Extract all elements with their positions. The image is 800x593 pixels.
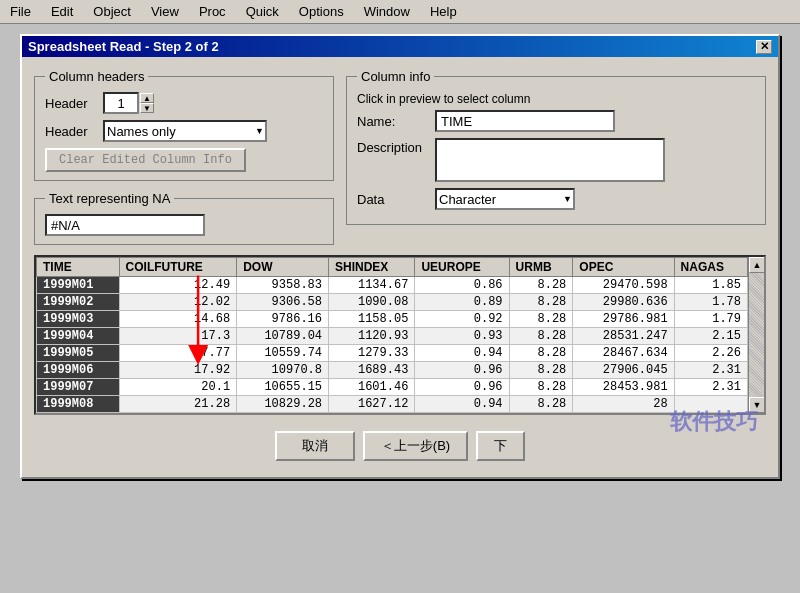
table-cell: 1999M02	[37, 294, 120, 311]
table-cell: 1689.43	[329, 362, 415, 379]
header2-label: Header	[45, 124, 95, 139]
data-select-wrap[interactable]: Character Numeric Integer	[435, 188, 575, 210]
data-table-container: TIME COILFUTURE DOW SHINDEX UEUROPE URMB…	[34, 255, 766, 415]
desc-input[interactable]	[435, 138, 665, 182]
column-info-hint: Click in preview to select column	[357, 92, 755, 106]
table-cell: 1.85	[674, 277, 747, 294]
table-cell: 0.86	[415, 277, 509, 294]
table-row[interactable]: 1999M0314.689786.161158.050.928.2829786.…	[37, 311, 748, 328]
table-cell: 1999M04	[37, 328, 120, 345]
table-row[interactable]: 1999M0821.2810829.281627.120.948.2828	[37, 396, 748, 413]
table-cell: 1999M06	[37, 362, 120, 379]
clear-edited-button[interactable]: Clear Edited Column Info	[45, 148, 246, 172]
table-cell: 8.28	[509, 345, 573, 362]
table-cell: 0.92	[415, 311, 509, 328]
table-cell: 10655.15	[237, 379, 329, 396]
table-cell: 28531.247	[573, 328, 674, 345]
vertical-scrollbar[interactable]: ▲ ▼	[748, 257, 764, 413]
table-cell: 0.93	[415, 328, 509, 345]
table-cell: 2.26	[674, 345, 747, 362]
menu-view[interactable]: View	[145, 2, 185, 21]
title-bar: Spreadsheet Read - Step 2 of 2 ✕	[22, 36, 778, 57]
table-cell: 8.28	[509, 362, 573, 379]
prev-button[interactable]: ＜上一步(B)	[363, 431, 468, 461]
table-row[interactable]: 1999M0417.310789.041120.930.938.2828531.…	[37, 328, 748, 345]
table-cell: 9786.16	[237, 311, 329, 328]
menu-options[interactable]: Options	[293, 2, 350, 21]
na-legend: Text representing NA	[45, 191, 174, 206]
column-headers-legend: Column headers	[45, 69, 148, 84]
table-cell: 10970.8	[237, 362, 329, 379]
table-cell: 1158.05	[329, 311, 415, 328]
table-row[interactable]: 1999M0617.9210970.81689.430.968.2827906.…	[37, 362, 748, 379]
dialog: Spreadsheet Read - Step 2 of 2 ✕ Column …	[20, 34, 780, 479]
name-input[interactable]	[435, 110, 615, 132]
table-cell: 1279.33	[329, 345, 415, 362]
menu-edit[interactable]: Edit	[45, 2, 79, 21]
table-cell: 1999M01	[37, 277, 120, 294]
table-cell: 12.02	[119, 294, 237, 311]
table-cell: 1999M08	[37, 396, 120, 413]
table-cell: 10559.74	[237, 345, 329, 362]
menu-quick[interactable]: Quick	[240, 2, 285, 21]
table-cell: 1627.12	[329, 396, 415, 413]
table-cell	[674, 396, 747, 413]
col-header-shindex: SHINDEX	[329, 258, 415, 277]
table-cell: 20.1	[119, 379, 237, 396]
table-cell: 10829.28	[237, 396, 329, 413]
desc-label: Description	[357, 140, 427, 155]
header2-dropdown[interactable]: Names only Names and descriptions None	[103, 120, 267, 142]
next-button[interactable]: 下	[476, 431, 525, 461]
table-cell: 0.89	[415, 294, 509, 311]
na-panel: Text representing NA	[34, 191, 334, 245]
table-cell: 1134.67	[329, 277, 415, 294]
table-cell: 1.79	[674, 311, 747, 328]
menu-file[interactable]: File	[4, 2, 37, 21]
name-label: Name:	[357, 114, 427, 129]
table-cell: 14.68	[119, 311, 237, 328]
table-row[interactable]: 1999M0212.029306.581090.080.898.2829980.…	[37, 294, 748, 311]
table-cell: 1999M05	[37, 345, 120, 362]
table-cell: 17.77	[119, 345, 237, 362]
table-cell: 0.96	[415, 362, 509, 379]
table-cell: 17.3	[119, 328, 237, 345]
scroll-down-button[interactable]: ▼	[749, 397, 765, 413]
data-dropdown[interactable]: Character Numeric Integer	[435, 188, 575, 210]
close-button[interactable]: ✕	[756, 40, 772, 54]
data-table: TIME COILFUTURE DOW SHINDEX UEUROPE URMB…	[36, 257, 748, 413]
menu-bar: File Edit Object View Proc Quick Options…	[0, 0, 800, 24]
na-input[interactable]	[45, 214, 205, 236]
table-cell: 0.94	[415, 345, 509, 362]
table-cell: 17.92	[119, 362, 237, 379]
table-cell: 1.78	[674, 294, 747, 311]
table-cell: 29980.636	[573, 294, 674, 311]
table-cell: 8.28	[509, 277, 573, 294]
table-cell: 29786.981	[573, 311, 674, 328]
table-cell: 27906.045	[573, 362, 674, 379]
table-row[interactable]: 1999M0517.7710559.741279.330.948.2828467…	[37, 345, 748, 362]
table-cell: 12.49	[119, 277, 237, 294]
table-row[interactable]: 1999M0112.499358.831134.670.868.2829470.…	[37, 277, 748, 294]
menu-proc[interactable]: Proc	[193, 2, 232, 21]
cancel-button[interactable]: 取消	[275, 431, 355, 461]
menu-help[interactable]: Help	[424, 2, 463, 21]
col-header-dow: DOW	[237, 258, 329, 277]
header1-input[interactable]	[103, 92, 139, 114]
table-cell: 10789.04	[237, 328, 329, 345]
table-cell: 28467.634	[573, 345, 674, 362]
header2-select-wrap[interactable]: Names only Names and descriptions None	[103, 120, 267, 142]
table-cell: 0.96	[415, 379, 509, 396]
spinner-up[interactable]: ▲	[140, 93, 154, 103]
scroll-track[interactable]	[749, 273, 764, 397]
table-row[interactable]: 1999M0720.110655.151601.460.968.2828453.…	[37, 379, 748, 396]
menu-window[interactable]: Window	[358, 2, 416, 21]
menu-object[interactable]: Object	[87, 2, 137, 21]
table-cell: 29470.598	[573, 277, 674, 294]
table-cell: 8.28	[509, 294, 573, 311]
spinner-down[interactable]: ▼	[140, 103, 154, 113]
table-cell: 1999M03	[37, 311, 120, 328]
table-cell: 1090.08	[329, 294, 415, 311]
header1-spinner[interactable]: ▲ ▼	[103, 92, 154, 114]
scroll-up-button[interactable]: ▲	[749, 257, 765, 273]
column-info-legend: Column info	[357, 69, 434, 84]
